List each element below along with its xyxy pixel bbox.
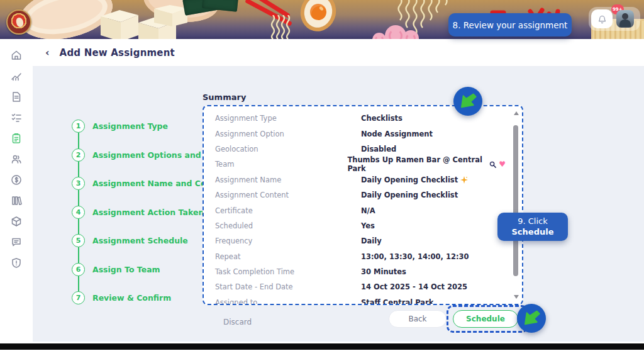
summary-row: Assigned toStaff Central Park <box>215 295 506 305</box>
library-icon[interactable] <box>11 195 22 206</box>
step-review-confirm[interactable]: 7 Review & Confirm <box>72 291 171 304</box>
magnifier-icon <box>489 161 496 168</box>
summary-row: FrequencyDaily <box>215 233 506 248</box>
home-icon[interactable] <box>11 50 22 61</box>
thumbs-up-ramen-logo <box>6 9 31 35</box>
tofu-cubes-illustration <box>94 5 195 39</box>
inventory-icon[interactable] <box>11 216 22 227</box>
app-window: 99+ ‹ Add New Assignment <box>0 0 644 351</box>
step-assign-to-team[interactable]: 6 Assign To Team <box>72 263 160 276</box>
user-avatar[interactable] <box>616 10 634 28</box>
summary-row: ScheduledYes <box>215 218 506 233</box>
team-icon[interactable] <box>11 153 22 165</box>
summary-title: Summary <box>203 92 246 102</box>
cursor-pointer-icon <box>517 304 546 333</box>
bell-icon <box>597 14 607 24</box>
tooltip-click-schedule: 9. Click Schedule <box>497 213 568 241</box>
security-icon[interactable] <box>11 257 22 269</box>
summary-row: GeolocationDisabled <box>215 142 506 157</box>
summary-panel: Assignment TypeChecklists Assignment Opt… <box>203 105 523 305</box>
tasks-icon[interactable] <box>11 112 22 123</box>
chat-icon[interactable] <box>11 237 22 248</box>
noodles-illustration <box>269 15 297 39</box>
sidebar-nav <box>0 39 33 342</box>
summary-scrollbar[interactable] <box>513 111 519 299</box>
summary-row: Team Thumbs Up Ramen Bar @ Central Park … <box>215 157 506 172</box>
scroll-down-arrow-icon[interactable] <box>514 295 519 299</box>
assignments-icon[interactable] <box>11 133 22 144</box>
sparkles-icon <box>460 176 468 184</box>
summary-row: Repeat13:00, 13:30, 14:00, 12:30 <box>215 249 506 264</box>
step-action-taken[interactable]: 4 Assignment Action Taken <box>72 206 204 219</box>
step-schedule[interactable]: 5 Assignment Schedule <box>72 234 188 247</box>
page-header: ‹ Add New Assignment <box>33 39 644 66</box>
ramen-egg-illustration <box>296 0 340 35</box>
discard-button[interactable]: Discard <box>223 318 252 326</box>
notifications-button[interactable] <box>591 9 613 28</box>
back-chevron-icon[interactable]: ‹ <box>45 47 50 58</box>
main-content: 1 Assignment Type 2 Assignment Options a… <box>33 66 644 342</box>
summary-row: Assignment OptionNode Assignment <box>215 126 506 141</box>
narutomaki-illustration <box>372 33 386 39</box>
scroll-up-arrow-icon[interactable] <box>514 111 519 115</box>
summary-row: CertificateN/A <box>215 203 506 218</box>
cursor-pointer-icon <box>453 87 482 116</box>
documents-icon[interactable] <box>11 91 22 103</box>
scrollbar-thumb[interactable] <box>513 125 518 276</box>
tooltip-review-assignment: 8. Review your assignment <box>448 13 572 36</box>
topbar-widget: 99+ <box>589 7 640 31</box>
heart-icon: ♥ <box>499 160 506 169</box>
finance-icon[interactable] <box>11 174 22 186</box>
summary-row: Task Completion Time30 Minutes <box>215 264 506 279</box>
summary-row: Assignment ContentDaily Opening Checklis… <box>215 187 506 203</box>
bottom-black-bar <box>0 343 644 350</box>
page-title: Add New Assignment <box>60 47 175 58</box>
summary-row: Assignment Name Daily Opening Checklist <box>215 172 506 187</box>
analytics-icon[interactable] <box>11 70 22 82</box>
back-button[interactable]: Back <box>389 310 447 328</box>
summary-row: Start Date - End Date14 Oct 2025 - 14 Oc… <box>215 279 506 294</box>
step-assignment-type[interactable]: 1 Assignment Type <box>72 120 168 133</box>
schedule-button[interactable]: Schedule <box>453 310 518 328</box>
